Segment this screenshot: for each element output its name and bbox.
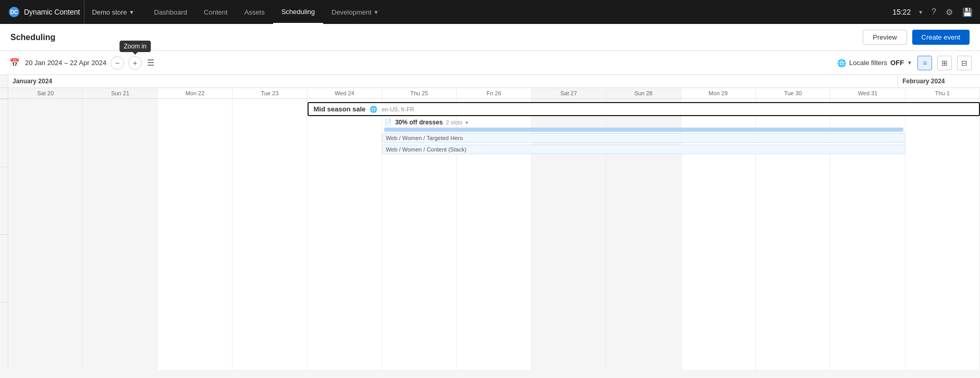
left-offset-days (0, 88, 8, 98)
top-nav: DC Dynamic Content Demo store ▼ Dashboar… (0, 0, 980, 24)
nav-store-caret-icon: ▼ (129, 9, 134, 15)
nav-item-development-label: Development (332, 8, 372, 16)
settings-icon[interactable]: ⚙ (945, 6, 954, 18)
day-col-12: Thu 1 (905, 88, 980, 98)
nav-store-section[interactable]: Demo store ▼ (84, 0, 141, 24)
filter-icon[interactable]: ☰ (146, 57, 155, 69)
view-compact-button[interactable]: ⊟ (957, 56, 972, 70)
day-header-row: Sat 20 Sun 21 Mon 22 Tue 23 Wed 24 Thu 2… (0, 88, 980, 99)
view-grid-button[interactable]: ⊞ (937, 56, 952, 70)
body-day-12 (905, 99, 980, 370)
toolbar-right: 🌐 Locale filters OFF ▼ ≡ ⊞ ⊟ (837, 56, 972, 70)
nav-items: Dashboard Content Assets Scheduling Deve… (146, 0, 387, 24)
svg-text:DC: DC (10, 9, 18, 15)
month-february: February 2024 (898, 75, 980, 87)
body-day-1 (83, 99, 157, 370)
document-icon: 📄 (384, 119, 392, 126)
day-col-4: Wed 24 (308, 88, 382, 98)
thirty-off-label: 30% off dresses (395, 119, 443, 126)
day-col-11: Wed 31 (830, 88, 905, 98)
mid-season-locale: en-US, fr-FR (382, 106, 414, 112)
calendar-icon[interactable]: 📅 (8, 57, 21, 69)
nav-item-content[interactable]: Content (195, 0, 236, 24)
month-header-row: January 2024 February 2024 (0, 75, 980, 88)
app-name: Dynamic Content (24, 8, 80, 16)
nav-development-caret-icon: ▼ (374, 9, 379, 15)
nav-item-scheduling[interactable]: Scheduling (273, 0, 323, 24)
day-col-3: Tue 23 (232, 88, 307, 98)
targeted-hero-event[interactable]: Web / Women / Targeted Hero (382, 133, 905, 143)
day-col-8: Sun 28 (606, 88, 681, 98)
thirty-off-expand-icon[interactable]: ▾ (466, 120, 468, 125)
date-range-text: 20 Jan 2024 – 22 Apr 2024 (25, 59, 106, 67)
day-col-0: Sat 20 (8, 88, 83, 98)
day-col-9: Mon 29 (681, 88, 756, 98)
locale-filter: 🌐 Locale filters OFF ▼ (837, 59, 912, 67)
day-col-6: Fri 26 (457, 88, 531, 98)
thirty-off-event[interactable]: 📄 30% off dresses 2 slots ▾ (382, 118, 905, 133)
day-col-2: Mon 22 (158, 88, 232, 98)
left-tick-4 (0, 302, 8, 303)
content-stack-label: Web / Women / Content (Stack) (382, 145, 905, 154)
nav-logo: DC Dynamic Content (6, 0, 84, 24)
thirty-off-header: 📄 30% off dresses 2 slots ▾ (382, 118, 905, 127)
left-sidebar (0, 99, 8, 370)
month-january: January 2024 (8, 75, 898, 87)
view-list-button[interactable]: ≡ (917, 56, 932, 70)
zoom-tooltip: Zoom in (119, 41, 150, 52)
mid-season-sale-label: Mid season sale (314, 105, 366, 113)
calendar-container: January 2024 February 2024 Sat 20 Sun 21… (0, 75, 980, 370)
nav-right: 15:22 ▼ ? ⚙ 💾 (892, 6, 974, 18)
nav-item-dashboard[interactable]: Dashboard (146, 0, 196, 24)
nav-time-caret-icon: ▼ (918, 9, 923, 15)
preview-button[interactable]: Preview (863, 30, 906, 45)
left-tick-1 (0, 99, 8, 99)
left-tick-2 (0, 167, 8, 167)
zoom-in-button[interactable]: + (128, 56, 142, 70)
page-title: Scheduling (10, 33, 55, 42)
sub-header-actions: Preview Create event (863, 30, 970, 45)
create-event-button[interactable]: Create event (912, 30, 970, 45)
body-day-3 (232, 99, 307, 370)
body-day-2 (158, 99, 232, 370)
save-icon[interactable]: 💾 (961, 6, 974, 18)
zoom-in-button-wrapper: + Zoom in (128, 56, 142, 70)
day-col-5: Thu 25 (382, 88, 457, 98)
left-tick-3 (0, 234, 8, 235)
toolbar: 📅 20 Jan 2024 – 22 Apr 2024 − + Zoom in … (0, 51, 980, 75)
body-day-0 (8, 99, 83, 370)
locale-filter-caret-icon[interactable]: ▼ (907, 60, 912, 66)
nav-item-development[interactable]: Development ▼ (323, 0, 387, 24)
content-stack-event[interactable]: Web / Women / Content (Stack) (382, 145, 905, 154)
day-col-1: Sun 21 (83, 88, 157, 98)
nav-item-assets[interactable]: Assets (236, 0, 273, 24)
locale-filter-label: Locale filters (849, 59, 887, 67)
calendar-body: Mid season sale 🌐 en-US, fr-FR 📄 30% off… (0, 99, 980, 370)
mid-season-sale-event[interactable]: Mid season sale 🌐 en-US, fr-FR (308, 102, 980, 116)
nav-store-label: Demo store (92, 8, 127, 16)
day-col-7: Sat 27 (532, 88, 606, 98)
globe-icon: 🌐 (370, 106, 377, 113)
targeted-hero-label: Web / Women / Targeted Hero (382, 133, 905, 143)
thirty-off-progress-bar (384, 128, 903, 132)
app-logo-icon: DC (8, 6, 20, 18)
locale-globe-icon: 🌐 (837, 59, 846, 67)
locale-filter-value: OFF (890, 59, 904, 67)
zoom-out-button[interactable]: − (111, 56, 124, 70)
day-col-10: Tue 30 (756, 88, 830, 98)
nav-time: 15:22 (892, 8, 911, 16)
help-icon[interactable]: ? (930, 6, 937, 18)
body-day-4 (308, 99, 382, 370)
left-offset-month (0, 75, 8, 87)
thirty-off-slots: 2 slots (446, 119, 462, 125)
